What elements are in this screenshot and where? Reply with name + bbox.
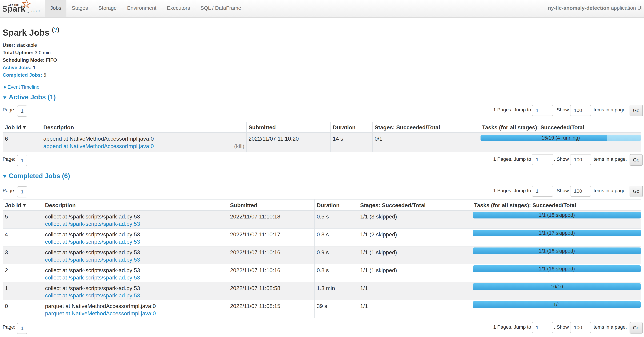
svg-text:TM: TM [27,12,29,13]
svg-text:3.3.0: 3.3.0 [32,9,40,13]
svg-text:Spark: Spark [2,4,26,13]
